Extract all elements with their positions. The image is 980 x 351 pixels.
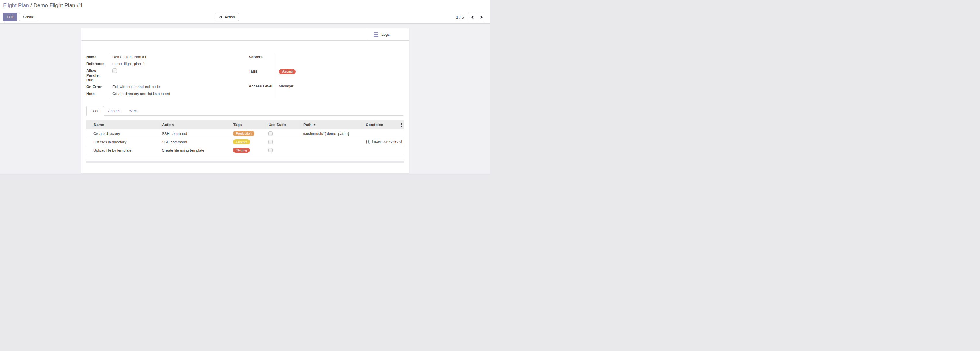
cell-handle <box>86 138 91 146</box>
use-sudo-checkbox[interactable] <box>268 140 273 144</box>
pager-value[interactable]: 1 / 5 <box>456 15 464 19</box>
use-sudo-checkbox[interactable] <box>268 131 273 136</box>
field-label-allow-parallel-run: Allow Parallel Run <box>86 67 110 83</box>
breadcrumb-separator: / <box>29 2 33 8</box>
viewport-bottom-edge <box>0 174 490 176</box>
card-header: Logs <box>81 28 409 41</box>
cell-tags: Custom <box>231 138 266 146</box>
cell-condition <box>363 146 404 154</box>
cell-handle <box>86 146 91 154</box>
tag-badge-production: Production <box>233 131 255 136</box>
field-label-reference: Reference <box>86 61 110 67</box>
table-row[interactable]: Upload file by template Create file usin… <box>86 146 404 155</box>
table-row[interactable]: List files in directory SSH command Cust… <box>86 138 404 146</box>
field-label-note: Note <box>86 90 110 97</box>
column-header-path[interactable]: Path <box>301 120 363 129</box>
pager-buttons <box>468 13 485 21</box>
cell-tags: Staging <box>231 146 266 154</box>
pager-next-button[interactable] <box>477 13 485 21</box>
chevron-left-icon <box>471 16 474 19</box>
field-value-allow-parallel-run <box>110 67 249 83</box>
pager-previous-button[interactable] <box>468 13 477 21</box>
field-value-reference: demo_flight_plan_1 <box>110 61 249 67</box>
tab-access[interactable]: Access <box>104 106 124 116</box>
chevron-right-icon <box>479 16 482 19</box>
caret-down-icon <box>313 124 316 126</box>
edit-create-button-group: Edit Create <box>3 13 38 21</box>
cell-name: List files in directory <box>91 138 160 146</box>
field-group-right: Servers Tags Staging Access Level Manage… <box>249 54 372 97</box>
logs-button-label: Logs <box>381 32 390 37</box>
tag-badge-staging: Staging <box>233 148 250 153</box>
column-header-tags[interactable]: Tags <box>231 120 266 129</box>
column-header-path-label: Path <box>303 123 312 127</box>
field-label-name: Name <box>86 54 110 61</box>
cell-action: SSH command <box>160 138 231 146</box>
field-label-servers: Servers <box>249 54 276 68</box>
pager: 1 / 5 <box>456 13 485 21</box>
cell-action: Create file using template <box>160 146 231 154</box>
cell-condition <box>363 129 404 137</box>
tag-badge-custom: Custom <box>233 139 250 144</box>
action-button[interactable]: Action <box>215 13 239 21</box>
cell-handle <box>86 129 91 137</box>
horizontal-scrollbar[interactable] <box>86 161 404 163</box>
field-value-tags: Staging <box>276 68 372 83</box>
cell-condition: {{ tower.server.st <box>363 138 404 146</box>
field-groups: Name Demo Flight Plan #1 Reference demo_… <box>86 54 403 97</box>
cell-tags: Production <box>231 129 266 137</box>
tab-code[interactable]: Code <box>86 106 104 116</box>
record-form-card: Logs Name Demo Flight Plan #1 Reference … <box>81 28 409 174</box>
cell-name: Upload file by template <box>91 146 160 154</box>
field-label-on-error: On Error <box>86 83 110 90</box>
kebab-vertical-icon[interactable] <box>401 123 402 127</box>
field-value-servers <box>276 54 372 68</box>
logs-button[interactable]: Logs <box>367 28 409 40</box>
field-label-tags: Tags <box>249 68 276 83</box>
breadcrumb: Flight Plan/Demo Flight Plan #1 <box>3 2 83 9</box>
field-label-access-level: Access Level <box>249 83 276 97</box>
tag-badge-staging[interactable]: Staging <box>278 69 296 74</box>
tab-yaml[interactable]: YAML <box>124 106 143 116</box>
column-header-name[interactable]: Name <box>91 120 160 129</box>
cell-action: SSH command <box>160 129 231 137</box>
field-value-on-error: Exit with command exit code <box>110 83 249 90</box>
column-header-handle <box>86 120 91 129</box>
cell-path <box>301 146 363 154</box>
breadcrumb-current-record: Demo Flight Plan #1 <box>33 2 83 8</box>
create-button[interactable]: Create <box>19 13 38 21</box>
cell-use-sudo <box>266 129 301 137</box>
command-lines-table: Name Action Tags Use Sudo Path Condition… <box>86 120 404 155</box>
app-window: Flight Plan/Demo Flight Plan #1 Edit Cre… <box>0 0 490 176</box>
control-panel: Flight Plan/Demo Flight Plan #1 Edit Cre… <box>0 0 490 24</box>
cell-use-sudo <box>266 138 301 146</box>
field-value-name: Demo Flight Plan #1 <box>110 54 249 61</box>
table-header-row: Name Action Tags Use Sudo Path Condition <box>86 120 404 129</box>
field-group-left: Name Demo Flight Plan #1 Reference demo_… <box>86 54 249 97</box>
breadcrumb-section-link[interactable]: Flight Plan <box>3 2 29 8</box>
column-header-condition[interactable]: Condition <box>363 120 404 129</box>
column-header-action[interactable]: Action <box>160 120 231 129</box>
cell-path: /such/much/{{ demo_path }} <box>301 129 363 137</box>
gear-icon <box>219 15 223 19</box>
action-button-label: Action <box>224 15 235 19</box>
use-sudo-checkbox[interactable] <box>268 148 273 153</box>
field-value-access-level: Manager <box>276 83 372 97</box>
notebook-tabs: Code Access YAML <box>86 106 403 116</box>
cell-path <box>301 138 363 146</box>
menu-icon <box>374 32 379 37</box>
column-header-use-sudo[interactable]: Use Sudo <box>266 120 301 129</box>
cell-use-sudo <box>266 146 301 154</box>
table-row[interactable]: Create directory SSH command Production … <box>86 129 404 138</box>
allow-parallel-run-checkbox[interactable] <box>113 69 117 73</box>
cell-name: Create directory <box>91 129 160 137</box>
field-value-note: Create directory and list its content <box>110 90 249 97</box>
edit-button[interactable]: Edit <box>3 13 17 21</box>
